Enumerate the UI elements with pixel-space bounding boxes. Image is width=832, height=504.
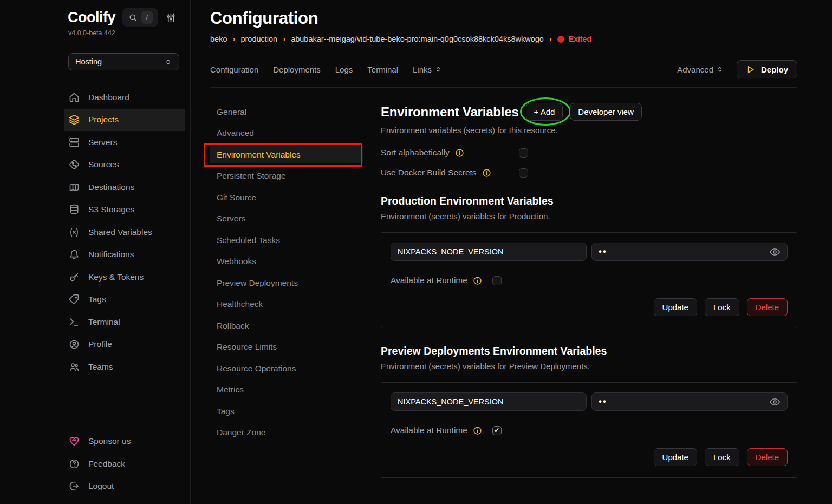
info-icon[interactable] [473,426,482,435]
filter-sliders-icon[interactable] [166,12,176,23]
subnav-advanced[interactable]: Advanced [210,125,363,142]
advanced-dropdown[interactable]: Advanced [677,65,724,74]
docker-build-secrets-checkbox[interactable] [519,168,528,178]
docker-build-secrets-label: Use Docker Build Secrets [381,168,477,178]
info-icon[interactable] [482,168,491,178]
reveal-value-eye-icon[interactable] [769,246,781,258]
delete-button[interactable]: Delete [747,298,788,316]
subnav-resource-limits[interactable]: Resource Limits [210,338,363,356]
sidebar-footer: Sponsor us Feedback Logout [64,430,185,499]
subnav-persistent-storage[interactable]: Persistent Storage [210,167,363,185]
header-divider [210,87,797,88]
add-label: + Add [534,107,555,116]
lock-button[interactable]: Lock [705,298,739,316]
sidebar-item-profile[interactable]: Profile [64,333,185,356]
sidebar-item-dashboard[interactable]: Dashboard [64,86,185,109]
available-at-runtime-label: Available at Runtime [391,276,467,285]
search-button[interactable]: / [122,8,158,27]
tab-links[interactable]: Links [413,65,442,74]
tab-terminal[interactable]: Terminal [367,65,398,74]
masked-value: •• [599,249,607,254]
sort-alphabetically-checkbox[interactable] [519,148,528,158]
add-variable-button[interactable]: + Add [526,103,563,121]
production-section-title: Production Environment Variables [381,195,797,207]
tab-deployments[interactable]: Deployments [273,65,321,74]
sidebar-item-terminal[interactable]: Terminal [64,311,185,333]
delete-button[interactable]: Delete [747,448,788,466]
sidebar-item-label: Projects [88,115,119,125]
sidebar-item-label: Terminal [88,317,120,327]
masked-value: •• [599,399,607,404]
map-icon [69,182,80,193]
subnav-scheduled-tasks[interactable]: Scheduled Tasks [210,231,363,249]
subnav-servers[interactable]: Servers [210,210,363,228]
logout-icon [69,481,80,492]
subnav-rollback[interactable]: Rollback [210,317,363,335]
variable-icon [69,227,80,238]
env-subtitle: Environment variables (secrets) for this… [381,126,797,135]
sidebar-item-label: Feedback [88,459,125,469]
sidebar-item-label: Profile [88,339,112,349]
update-button[interactable]: Update [654,448,697,466]
subnav-healthcheck[interactable]: Healthcheck [210,296,363,313]
developer-view-button[interactable]: Developer view [570,103,642,121]
sidebar-item-servers[interactable]: Servers [64,131,185,154]
lock-button[interactable]: Lock [705,448,739,466]
update-button[interactable]: Update [654,298,697,316]
breadcrumb-resource[interactable]: abubakar--meigag/vid-tube-beko-pro:main-… [291,35,544,43]
sidebar-item-shared-variables[interactable]: Shared Variables [64,221,185,244]
available-at-runtime-checkbox[interactable]: ✓ [492,426,502,435]
subnav-general[interactable]: General [210,103,363,121]
sidebar-item-label: Keys & Tokens [88,272,144,282]
info-icon[interactable] [473,276,482,285]
subnav-preview-deployments[interactable]: Preview Deployments [210,274,363,292]
sidebar-item-keys-tokens[interactable]: Keys & Tokens [64,266,185,289]
sidebar-item-label: Teams [88,362,113,372]
subnav-danger-zone[interactable]: Danger Zone [210,424,363,442]
sidebar-item-s3-storages[interactable]: S3 Storages [64,199,185,221]
tab-configuration[interactable]: Configuration [210,65,258,74]
subnav-webhooks[interactable]: Webhooks [210,253,363,271]
sidebar-item-projects[interactable]: Projects [64,109,185,132]
team-select-value: Hosting [75,57,102,66]
sidebar-item-notifications[interactable]: Notifications [64,244,185,266]
user-circle-icon [69,339,80,350]
sidebar-item-feedback[interactable]: Feedback [64,453,185,475]
database-icon [69,204,80,215]
slash-shortcut-key: / [141,11,153,24]
subnav-metrics[interactable]: Metrics [210,381,363,399]
chevron-right-icon: › [232,34,235,43]
variable-name-input[interactable]: NIXPACKS_NODE_VERSION [391,243,587,261]
app-version: v4.0.0-beta.442 [68,29,185,37]
variable-name-input[interactable]: NIXPACKS_NODE_VERSION [391,392,587,411]
sidebar-item-teams[interactable]: Teams [64,356,185,378]
team-select[interactable]: Hosting [68,53,179,70]
status-label: Exited [569,35,592,43]
reveal-value-eye-icon[interactable] [769,396,781,408]
info-icon[interactable] [455,148,464,158]
variable-value-input[interactable]: •• [592,243,788,261]
subnav-environment-variables[interactable]: Environment Variables [210,146,363,163]
subnav-tags[interactable]: Tags [210,402,363,420]
subnav-resource-operations[interactable]: Resource Operations [210,359,363,377]
chevron-up-down-icon [716,66,724,73]
sidebar-item-logout[interactable]: Logout [64,475,185,498]
breadcrumb-environment[interactable]: production [240,35,277,43]
deploy-label: Deploy [761,65,788,74]
status-badge: Exited [557,35,592,43]
help-circle-icon [69,459,80,469]
sidebar-item-destinations[interactable]: Destinations [64,176,185,199]
git-source-icon [69,159,80,170]
available-at-runtime-checkbox[interactable] [492,276,502,285]
sidebar-item-sources[interactable]: Sources [64,154,185,176]
subnav-label: Environment Variables [217,150,301,160]
deploy-button[interactable]: Deploy [737,60,797,78]
sidebar-item-tags[interactable]: Tags [64,289,185,311]
breadcrumb-project[interactable]: beko [210,35,227,43]
tab-logs[interactable]: Logs [335,65,353,74]
chevron-right-icon: › [283,34,285,43]
subnav-git-source[interactable]: Git Source [210,188,363,206]
sidebar-item-label: Logout [88,481,114,491]
sidebar-item-sponsor-us[interactable]: Sponsor us [64,430,185,453]
variable-value-input[interactable]: •• [592,392,788,411]
